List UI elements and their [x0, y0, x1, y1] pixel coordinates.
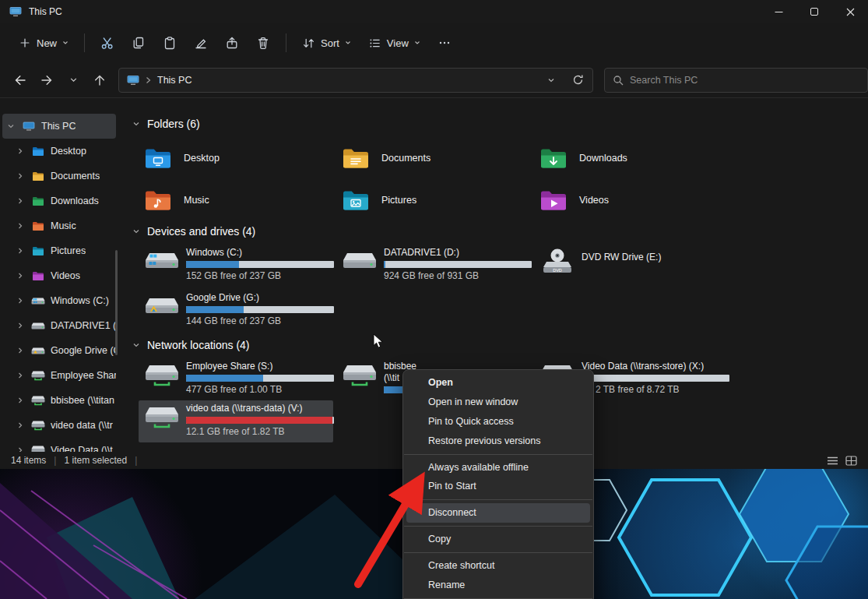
section-header-folders[interactable]: Folders (6)	[132, 115, 868, 132]
sidebar-item-documents[interactable]: Documents	[2, 164, 116, 189]
chevron-right-icon[interactable]	[16, 222, 26, 230]
sidebar-item-videos[interactable]: Videos	[2, 263, 116, 288]
sidebar-item-pictures[interactable]: Pictures	[2, 238, 116, 263]
network-drive-tile-employee-share[interactable]: Employee Share (S:) 477 GB free of 1.00 …	[139, 358, 333, 400]
videos-folder-icon	[30, 271, 46, 281]
capacity-caption: 2 TB free of 8.72 TB	[596, 384, 729, 395]
new-button[interactable]: New	[11, 31, 76, 55]
chevron-right-icon[interactable]	[16, 172, 26, 180]
drive-tile-datadrive1[interactable]: DATADRIVE1 (D:) 924 GB free of 931 GB	[336, 245, 531, 290]
chevron-down-icon[interactable]	[7, 122, 16, 130]
sidebar-item-desktop[interactable]: Desktop	[2, 139, 116, 164]
cut-button[interactable]	[93, 30, 122, 56]
drive-tile-windows-c[interactable]: Windows (C:) 152 GB free of 237 GB	[139, 245, 333, 290]
chevron-right-icon[interactable]	[16, 446, 26, 452]
menu-item-open-new-window[interactable]: Open in new window	[406, 393, 590, 412]
rename-button[interactable]	[186, 30, 216, 56]
folder-tile-videos[interactable]: Videos	[539, 179, 734, 221]
music-folder-icon	[144, 189, 172, 212]
chevron-right-icon[interactable]	[16, 322, 26, 329]
folder-tile-music[interactable]: Music	[144, 179, 339, 221]
search-box[interactable]	[604, 68, 868, 93]
drive-tile-google-drive[interactable]: Google Drive (G:) 144 GB free of 237 GB	[139, 290, 333, 335]
pictures-folder-icon	[30, 246, 46, 256]
menu-separator	[404, 552, 592, 553]
network-drive-icon	[30, 420, 46, 431]
drive-tile-dvd[interactable]: DVD DVD RW Drive (E:)	[534, 245, 729, 290]
music-folder-icon	[30, 221, 46, 231]
sidebar-item-datadrive1[interactable]: DATADRIVE1 (D	[2, 313, 116, 338]
documents-folder-icon	[30, 171, 46, 181]
more-options-button[interactable]	[430, 30, 459, 56]
search-input[interactable]	[630, 75, 859, 86]
sidebar-item-this-pc[interactable]: This PC	[2, 114, 116, 139]
minimize-button[interactable]	[761, 0, 796, 23]
chevron-down-icon	[547, 76, 555, 84]
chevron-right-icon[interactable]	[16, 421, 26, 429]
sidebar-item-downloads[interactable]: Downloads	[2, 189, 116, 213]
menu-item-always-available[interactable]: Always available offline	[406, 458, 590, 477]
sidebar-scrollbar[interactable]	[115, 250, 118, 355]
share-button[interactable]	[217, 30, 247, 56]
section-header-devices[interactable]: Devices and drives (4)	[132, 223, 868, 240]
close-button[interactable]	[832, 0, 868, 23]
forward-button[interactable]	[34, 68, 59, 93]
chevron-right-icon[interactable]	[16, 396, 26, 404]
section-header-network[interactable]: Network locations (4)	[132, 336, 868, 354]
breadcrumb[interactable]: This PC	[157, 75, 192, 86]
back-button[interactable]	[8, 68, 33, 93]
videos-folder-icon	[539, 189, 568, 212]
chevron-right-icon[interactable]	[16, 247, 26, 255]
folder-tile-pictures[interactable]: Pictures	[342, 179, 536, 221]
paste-button[interactable]	[155, 30, 184, 56]
capacity-bar	[186, 306, 334, 313]
drive-icon	[342, 247, 378, 290]
sidebar-item-employee-share[interactable]: Employee Shar	[2, 363, 116, 388]
chevron-right-icon[interactable]	[16, 147, 26, 155]
chevron-right-icon[interactable]	[16, 347, 26, 354]
menu-item-open[interactable]: Open	[406, 373, 590, 393]
copy-button[interactable]	[124, 30, 153, 56]
sidebar-item-google-drive[interactable]: Google Drive (G	[2, 338, 116, 363]
arrow-left-icon	[13, 73, 27, 87]
menu-item-copy[interactable]: Copy	[406, 530, 590, 549]
annotation-arrow	[346, 471, 432, 596]
sidebar-item-windows-c[interactable]: Windows (C:)	[2, 288, 116, 313]
view-button[interactable]: View	[360, 31, 428, 55]
menu-separator	[404, 499, 592, 500]
chevron-right-icon[interactable]	[16, 297, 26, 305]
address-bar[interactable]: This PC	[118, 68, 593, 93]
refresh-button[interactable]	[568, 70, 588, 90]
sidebar-item-bbisbee[interactable]: bbisbee (\\titan	[2, 388, 116, 413]
menu-item-pin-to-start[interactable]: Pin to Start	[406, 477, 590, 496]
menu-item-disconnect[interactable]: Disconnect	[406, 503, 590, 523]
sort-button[interactable]: Sort	[294, 31, 359, 55]
menu-item-create-shortcut[interactable]: Create shortcut	[406, 556, 590, 576]
windows-drive-icon	[30, 296, 46, 305]
details-view-icon[interactable]	[827, 456, 838, 466]
maximize-button[interactable]	[796, 0, 832, 23]
sidebar-item-video-data-v[interactable]: video data (\\tr	[2, 413, 116, 438]
chevron-right-icon[interactable]	[16, 372, 26, 379]
up-button[interactable]	[87, 68, 112, 93]
delete-button[interactable]	[248, 30, 278, 56]
chevron-down-icon	[345, 40, 351, 46]
capacity-caption: 924 GB free of 931 GB	[384, 270, 531, 281]
address-dropdown-button[interactable]	[541, 70, 561, 90]
menu-item-restore-previous[interactable]: Restore previous versions	[406, 432, 590, 451]
items-count: 14 items	[11, 455, 46, 466]
network-drive-tile-video-data-v-selected[interactable]: video data (\\trans-data) (V:) 12.1 GB f…	[139, 400, 333, 442]
folder-tile-downloads[interactable]: Downloads	[539, 137, 734, 179]
network-drive-icon	[30, 370, 46, 381]
chevron-right-icon[interactable]	[16, 197, 26, 205]
sidebar-item-music[interactable]: Music	[2, 213, 116, 238]
folder-tile-documents[interactable]: Documents	[342, 137, 536, 179]
chevron-right-icon[interactable]	[16, 272, 26, 280]
menu-item-pin-quick-access[interactable]: Pin to Quick access	[406, 412, 590, 432]
recent-locations-button[interactable]	[61, 68, 86, 93]
large-icons-view-icon[interactable]	[845, 456, 857, 466]
desktop-folder-icon	[30, 146, 46, 157]
folder-tile-desktop[interactable]: Desktop	[144, 137, 339, 179]
menu-item-rename[interactable]: Rename	[406, 576, 590, 595]
sidebar-item-video-data-x[interactable]: Video Data (\\t	[2, 438, 116, 452]
